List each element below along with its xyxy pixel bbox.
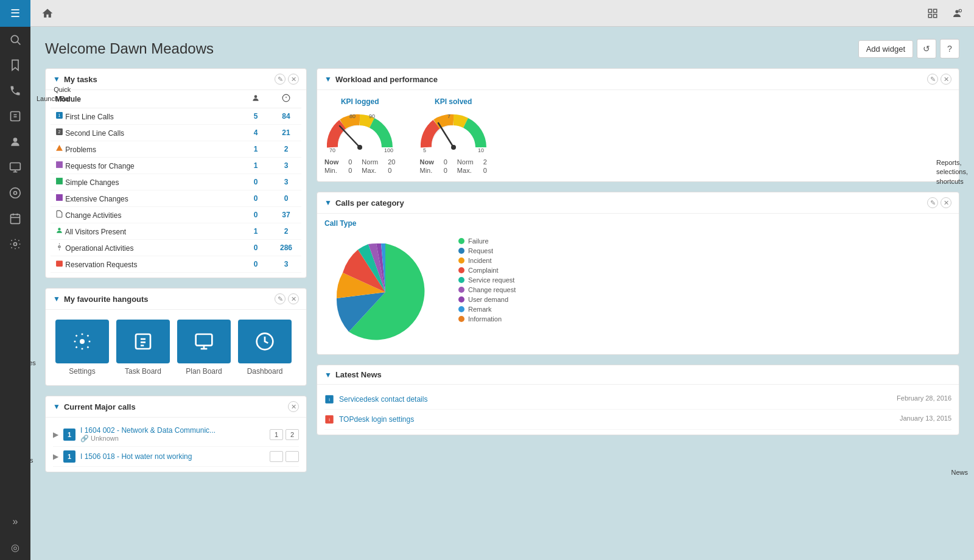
svg-point-35 — [58, 246, 60, 248]
task-module-name: 2 Second Line Calls — [51, 125, 240, 141]
svg-point-47 — [357, 145, 362, 150]
kpi-logged: KPI logged — [324, 97, 396, 174]
calls-category-header: ▼ Calls per category ✎ ✕ — [317, 192, 959, 214]
task-module-name: 1 First Line Calls — [51, 108, 240, 125]
hangout-button[interactable] — [55, 320, 109, 363]
kpi-solved-now-val: 0 0 — [444, 158, 447, 174]
call-priority: 1 — [63, 450, 75, 463]
hangout-button[interactable] — [238, 320, 292, 363]
hangouts-widget-actions: ✎ ✕ — [275, 293, 299, 304]
task-assigned-count[interactable]: 1 — [240, 141, 271, 158]
task-total-count[interactable]: 21 — [271, 125, 301, 141]
legend-dot — [458, 238, 464, 244]
hangouts-edit-button[interactable]: ✎ — [275, 293, 286, 304]
calls-close-button[interactable]: ✕ — [941, 197, 951, 208]
kpi-solved-norm-val: 2 0 — [483, 158, 487, 174]
hangout-item[interactable]: Dashboard — [238, 320, 292, 376]
legend-dot — [458, 267, 464, 273]
hangout-item[interactable]: Settings — [55, 320, 109, 376]
svg-text:5: 5 — [423, 147, 426, 153]
major-call-item: ▶ 1 I 1506 018 - Hot water not working — [53, 447, 299, 467]
news-icon-title: i Servicedesk contact details — [324, 394, 892, 404]
call-play-button[interactable]: ▶ — [53, 430, 58, 439]
hangout-item[interactable]: Task Board — [116, 320, 170, 376]
sidebar-item-bookmark[interactable] — [0, 52, 30, 78]
call-title[interactable]: I 1604 002 - Network & Data Communic... — [80, 426, 265, 435]
sidebar-compass-button[interactable]: ◎ — [0, 534, 30, 560]
sidebar-item-asset[interactable] — [0, 180, 30, 206]
home-button[interactable] — [38, 4, 57, 23]
task-total-count[interactable]: 84 — [271, 108, 301, 125]
legend-item: Complaint — [458, 267, 516, 274]
hangout-button[interactable] — [177, 320, 231, 363]
sidebar-item-operator[interactable] — [0, 129, 30, 155]
call-badges — [270, 451, 299, 462]
help-button[interactable]: ? — [940, 39, 959, 58]
task-assigned-count[interactable]: 0 — [240, 240, 271, 256]
tasks-edit-button[interactable]: ✎ — [275, 74, 286, 85]
news-title[interactable]: TOPdesk login settings — [339, 415, 414, 424]
svg-rect-19 — [934, 14, 937, 17]
news-title[interactable]: Servicedesk contact details — [339, 395, 427, 404]
tasks-close-button[interactable]: ✕ — [288, 74, 299, 85]
task-module-name: Extensive Changes — [51, 191, 240, 207]
svg-text:7: 7 — [447, 113, 450, 119]
topbar-icons — [923, 4, 967, 23]
task-module-name: All Visitors Present — [51, 223, 240, 240]
legend-item: Incident — [458, 257, 516, 264]
pie-legend: Failure Request Incident Complaint Servi… — [458, 237, 516, 323]
sidebar-item-change[interactable] — [0, 155, 30, 180]
annotation-quick-launch: QuickLaunch Bar — [37, 85, 71, 104]
svg-rect-17 — [934, 9, 937, 12]
task-assigned-count[interactable]: 0 — [240, 256, 271, 273]
hangouts-grid: Settings Task Board Plan Board Dashboard — [46, 310, 306, 385]
task-assigned-count[interactable]: 0 — [240, 174, 271, 191]
hangouts-close-button[interactable]: ✕ — [288, 293, 299, 304]
task-module-name: Reservation Requests — [51, 256, 240, 273]
table-row: Operational Activities 0 286 — [51, 240, 301, 256]
sidebar-menu-button[interactable]: ☰ — [0, 0, 30, 27]
refresh-button[interactable]: ↺ — [917, 39, 936, 58]
sidebar-item-incidents[interactable] — [0, 103, 30, 129]
user-settings-button[interactable] — [947, 4, 967, 23]
task-assigned-count[interactable]: 5 — [240, 108, 271, 125]
call-title[interactable]: I 1506 018 - Hot water not working — [80, 452, 265, 461]
major-calls-close-button[interactable]: ✕ — [288, 401, 299, 412]
task-assigned-count[interactable]: 0 — [240, 207, 271, 223]
call-type-label: Call Type — [324, 219, 356, 228]
task-total-count[interactable]: 3 — [271, 158, 301, 174]
task-assigned-count[interactable]: 1 — [240, 158, 271, 174]
task-total-count[interactable]: 3 — [271, 256, 301, 273]
kpi-logged-norm-label: Norm Max. — [362, 158, 378, 174]
sidebar-expand-button[interactable]: » — [0, 509, 30, 534]
sidebar: ☰ » ◎ — [0, 0, 30, 560]
task-total-count[interactable]: 0 — [271, 191, 301, 207]
sidebar-item-settings[interactable] — [0, 231, 30, 257]
task-assigned-count[interactable]: 0 — [240, 191, 271, 207]
hangout-label: Task Board — [125, 367, 161, 376]
hangouts-chevron-icon: ▼ — [53, 295, 60, 303]
hangout-item[interactable]: Plan Board — [177, 320, 231, 376]
task-assigned-count[interactable]: 4 — [240, 125, 271, 141]
hangout-button[interactable] — [116, 320, 170, 363]
sidebar-item-search[interactable] — [0, 27, 30, 52]
task-total-count[interactable]: 286 — [271, 240, 301, 256]
sidebar-item-calendar[interactable] — [0, 206, 30, 231]
task-total-count[interactable]: 2 — [271, 223, 301, 240]
grid-view-button[interactable] — [923, 4, 942, 23]
add-widget-button[interactable]: Add widget — [858, 40, 913, 58]
workload-close-button[interactable]: ✕ — [941, 74, 951, 85]
news-icon: i — [324, 415, 334, 424]
task-total-count[interactable]: 2 — [271, 141, 301, 158]
sidebar-item-phone[interactable] — [0, 78, 30, 103]
calls-edit-button[interactable]: ✎ — [927, 197, 938, 208]
svg-point-15 — [14, 243, 17, 246]
major-call-item: ▶ 1 I 1604 002 - Network & Data Communic… — [53, 422, 299, 447]
task-total-count[interactable]: 37 — [271, 207, 301, 223]
workload-edit-button[interactable]: ✎ — [927, 74, 938, 85]
kpi-solved-now: Now Min. — [420, 158, 434, 174]
kpi-logged-now-val: 0 0 — [348, 158, 352, 174]
task-total-count[interactable]: 3 — [271, 174, 301, 191]
task-assigned-count[interactable]: 1 — [240, 223, 271, 240]
call-play-button[interactable]: ▶ — [53, 452, 58, 461]
